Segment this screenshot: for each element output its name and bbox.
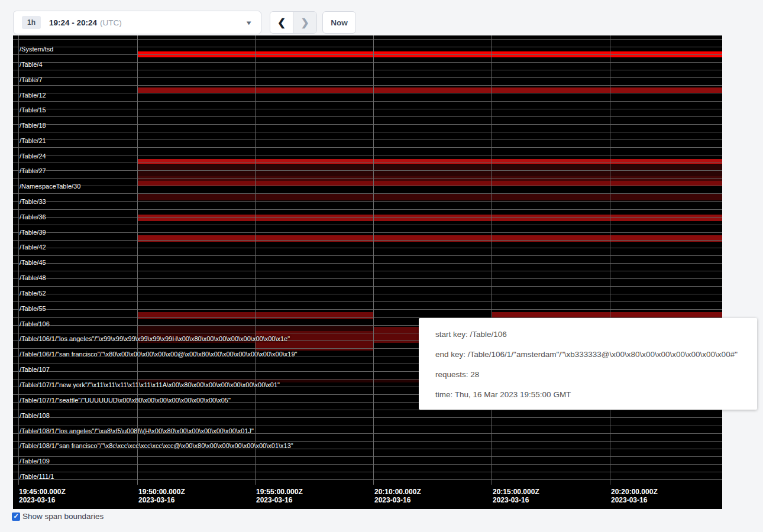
heat-band — [137, 159, 722, 164]
span-boundary-line — [13, 441, 722, 442]
span-boundary-line — [13, 54, 722, 55]
span-boundary-line — [13, 116, 722, 117]
time-gridline — [492, 35, 492, 485]
span-boundary-line — [13, 39, 722, 40]
span-boundary-line — [13, 186, 722, 186]
span-boundary-line — [13, 70, 722, 70]
show-span-boundaries-label: Show span boundaries — [22, 512, 104, 521]
cell-tooltip: start key: /Table/106 end key: /Table/10… — [419, 318, 757, 410]
time-gridline — [137, 35, 138, 485]
span-boundary-line — [13, 132, 722, 132]
span-boundary-line — [13, 240, 722, 241]
span-boundary-line — [13, 232, 722, 233]
time-axis-tick: 19:55:00.000Z2023-03-16 — [256, 488, 303, 504]
tooltip-requests: requests: 28 — [435, 365, 757, 385]
span-boundary-line — [13, 201, 722, 202]
span-boundary-line — [13, 109, 722, 109]
span-label: /Table/27 — [20, 167, 46, 174]
time-range-dropdown[interactable]: 1h 19:24 - 20:24 (UTC) ▼ — [13, 11, 261, 34]
span-boundary-line — [13, 309, 722, 310]
span-boundary-line — [13, 209, 722, 210]
span-label: /Table/15 — [20, 106, 46, 113]
span-boundary-line — [13, 170, 722, 171]
heat-band — [137, 193, 722, 200]
span-boundary-line — [13, 178, 722, 179]
span-label: /Table/48 — [20, 274, 46, 281]
timezone-label: (UTC) — [100, 18, 122, 27]
span-boundary-line — [13, 417, 722, 418]
span-boundary-line — [13, 248, 722, 248]
span-label: /Table/12 — [20, 92, 46, 99]
span-boundary-line — [13, 193, 722, 194]
span-boundary-line — [13, 456, 722, 457]
span-boundary-line — [13, 464, 722, 465]
span-label: /Table/55 — [20, 305, 46, 312]
span-label: /Table/39 — [20, 229, 46, 236]
now-button[interactable]: Now — [322, 11, 356, 34]
time-gridline — [18, 35, 19, 485]
span-boundary-line — [13, 47, 722, 47]
time-gridline — [373, 35, 374, 485]
span-label: /Table/108/1/"los angeles"/"\xa8\xf5\u00… — [20, 427, 254, 434]
span-boundary-line — [13, 479, 722, 480]
span-label: /Table/52 — [20, 290, 46, 297]
key-visualizer-heatmap[interactable]: /System/tsd/Table/4/Table/7/Table/12/Tab… — [13, 35, 722, 509]
span-boundary-line — [13, 77, 722, 78]
span-boundary-line — [13, 163, 722, 163]
show-span-boundaries-checkbox[interactable]: ✓ — [12, 512, 20, 521]
span-label: /Table/36 — [20, 213, 46, 220]
span-label: /Table/21 — [20, 137, 46, 144]
time-axis-tick: 20:20:00.000Z2023-03-16 — [611, 488, 658, 504]
heat-band — [137, 235, 722, 242]
span-boundary-line — [13, 301, 722, 302]
span-label: /Table/106 — [20, 320, 50, 327]
span-label: /Table/108 — [20, 412, 50, 419]
span-boundary-line — [13, 255, 722, 256]
span-boundary-line — [13, 225, 722, 225]
span-label: /Table/109 — [20, 458, 50, 465]
prev-range-button[interactable]: ❮ — [270, 12, 293, 33]
span-label: /Table/107/1/"new york"/"\x11\x11\x11\x1… — [20, 381, 280, 388]
span-label: /Table/106/1/"san francisco"/"\x80\x00\x… — [20, 351, 298, 358]
chevron-left-icon: ❮ — [277, 17, 286, 29]
span-label: /Table/18 — [20, 122, 46, 129]
tooltip-time: time: Thu, 16 Mar 2023 19:55:00 GMT — [435, 385, 757, 405]
span-label: /Table/111/1 — [20, 473, 54, 480]
next-range-button[interactable]: ❯ — [293, 12, 316, 33]
span-boundary-line — [13, 294, 722, 294]
chevron-right-icon: ❯ — [300, 17, 309, 29]
span-boundaries-row: ✓ Show span boundaries — [12, 512, 104, 521]
span-boundary-line — [13, 62, 722, 63]
span-label: /Table/33 — [20, 198, 46, 205]
time-axis-tick: 19:45:00.000Z2023-03-16 — [19, 488, 66, 504]
span-boundary-line — [13, 263, 722, 264]
chevron-down-icon: ▼ — [245, 19, 253, 25]
span-label: /Table/107/1/"seattle"/"UUUUUUD\x00\x80\… — [20, 397, 231, 404]
span-boundary-line — [13, 140, 722, 140]
span-label: /Table/45 — [20, 259, 46, 266]
span-label: /Table/107 — [20, 366, 50, 373]
duration-badge: 1h — [22, 16, 41, 29]
span-boundary-line — [13, 85, 722, 86]
time-pager: ❮ ❯ — [270, 11, 317, 34]
span-boundary-line — [13, 472, 722, 472]
span-boundary-line — [13, 271, 722, 271]
span-boundary-line — [13, 147, 722, 148]
heat-band — [137, 215, 722, 221]
span-boundary-line — [13, 155, 722, 155]
time-axis-tick: 19:50:00.000Z2023-03-16 — [138, 488, 185, 504]
span-boundary-line — [13, 93, 722, 93]
time-axis-tick: 20:15:00.000Z2023-03-16 — [493, 488, 539, 504]
span-boundary-line — [13, 426, 722, 426]
time-gridline — [610, 35, 610, 485]
span-label: /Table/108/1/"san francisco"/"\x8c\xcc\x… — [20, 442, 293, 449]
span-boundary-line — [13, 278, 722, 279]
span-label: /Table/106/1/"los angeles"/"\x99\x99\x99… — [20, 335, 290, 342]
span-label: /NamespaceTable/30 — [20, 183, 80, 190]
span-boundary-line — [13, 124, 722, 125]
span-label: /System/tsd — [20, 46, 53, 53]
span-label: /Table/7 — [20, 76, 43, 83]
span-label: /Table/24 — [20, 153, 46, 160]
tooltip-start-key: start key: /Table/106 — [435, 325, 757, 345]
time-gridline — [255, 35, 256, 485]
